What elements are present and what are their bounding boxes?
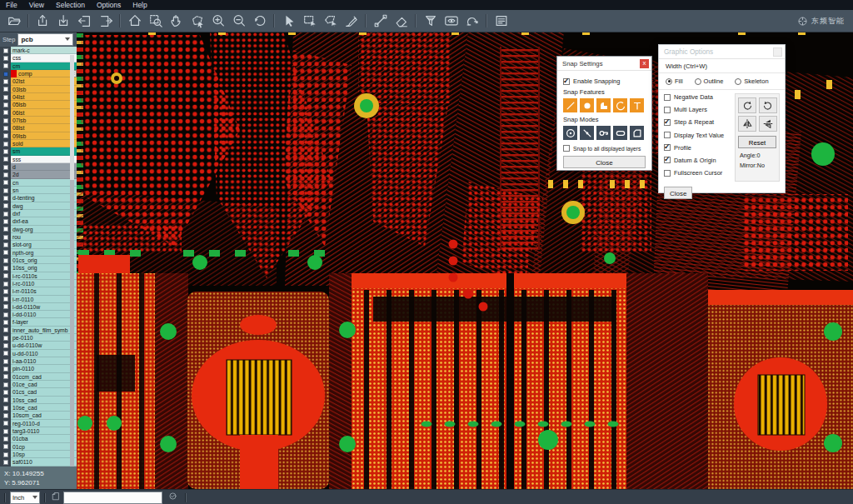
- layer-row-dxf[interactable]: dxf: [0, 210, 77, 217]
- layer-visibility-checkbox[interactable]: [3, 87, 8, 92]
- step-select[interactable]: pcb: [17, 33, 73, 46]
- arc-snap-icon[interactable]: [613, 98, 627, 112]
- layer-visibility-checkbox[interactable]: [3, 406, 8, 411]
- layer-visibility-checkbox[interactable]: [3, 133, 8, 138]
- layer-row-02lst[interactable]: 02lst: [0, 77, 77, 85]
- layer-row-07lsb[interactable]: 07lsb: [0, 117, 77, 124]
- option-datum-origin[interactable]: Datum & Origin: [664, 157, 731, 164]
- intersection-snap-icon[interactable]: [580, 126, 594, 140]
- measure-icon[interactable]: [370, 12, 391, 30]
- layer-row-sn[interactable]: sn: [0, 187, 77, 194]
- layer-visibility-checkbox[interactable]: [3, 320, 8, 325]
- page-in-icon[interactable]: [74, 12, 95, 30]
- radio-fill[interactable]: Fill: [666, 77, 683, 85]
- refresh-icon[interactable]: [167, 490, 178, 504]
- zoom-out-icon[interactable]: [228, 12, 249, 30]
- zoom-previous-icon[interactable]: [249, 12, 270, 30]
- layer-row-saf0110[interactable]: saf0110: [0, 458, 77, 466]
- layer-row-i-rc-0110[interactable]: i-rc-0110: [0, 280, 77, 287]
- layer-visibility-checkbox[interactable]: [3, 102, 8, 107]
- mirror-horizontal-button[interactable]: [738, 116, 756, 132]
- layer-row-08lst[interactable]: 08lst: [0, 124, 77, 132]
- layer-visibility-checkbox[interactable]: [3, 203, 8, 208]
- radio-outline[interactable]: Outline: [695, 77, 724, 85]
- layer-visibility-checkbox[interactable]: [3, 437, 8, 442]
- select-icon[interactable]: [278, 12, 299, 30]
- option-display-text-value[interactable]: Display Text Value: [664, 132, 731, 139]
- layer-visibility-checkbox[interactable]: [3, 304, 8, 309]
- layer-visibility-checkbox[interactable]: [3, 196, 8, 201]
- layer-row-03lsb[interactable]: 03lsb: [0, 86, 77, 93]
- pad-snap-icon[interactable]: [580, 98, 594, 112]
- layer-visibility-checkbox[interactable]: [3, 374, 8, 379]
- menu-selection[interactable]: Selection: [50, 0, 91, 10]
- menu-help[interactable]: Help: [127, 0, 152, 10]
- layer-row-01cba[interactable]: 01cba: [0, 435, 77, 442]
- layer-visibility-checkbox[interactable]: [3, 79, 8, 84]
- layer-visibility-checkbox[interactable]: [3, 367, 8, 372]
- option-profile[interactable]: Profile: [664, 144, 731, 152]
- snap-all-layers-row[interactable]: Snap to all displayed layers: [563, 145, 646, 152]
- line-snap-icon[interactable]: [563, 98, 577, 112]
- center-snap-icon[interactable]: [563, 126, 577, 140]
- brush-icon[interactable]: [341, 12, 362, 30]
- layer-visibility-checkbox[interactable]: [3, 142, 8, 147]
- command-input[interactable]: [63, 492, 162, 504]
- layer-visibility-checkbox[interactable]: [3, 460, 8, 465]
- reset-button[interactable]: Reset: [738, 136, 776, 148]
- layer-visibility-checkbox[interactable]: [3, 235, 8, 240]
- layer-visibility-checkbox[interactable]: [3, 126, 8, 131]
- layer-visibility-checkbox[interactable]: [3, 250, 8, 255]
- notes-panel-icon[interactable]: [491, 12, 511, 30]
- open-folder-icon[interactable]: [3, 12, 24, 30]
- option-checkbox[interactable]: [664, 119, 671, 126]
- layer-row-f-layer[interactable]: f-layer: [0, 318, 77, 326]
- snap-magnet-icon[interactable]: [461, 12, 482, 30]
- layer-visibility-checkbox[interactable]: [3, 172, 8, 177]
- filter-icon[interactable]: [420, 12, 441, 30]
- layer-row-pe-0110[interactable]: pe-0110: [0, 334, 77, 342]
- layer-row-01ccm_cad[interactable]: 01ccm_cad: [0, 373, 77, 381]
- layer-visibility-checkbox[interactable]: [3, 297, 8, 302]
- layer-row-d-tenting[interactable]: d-tenting: [0, 194, 77, 202]
- layer-row-pin-0110[interactable]: pin-0110: [0, 365, 77, 372]
- layer-row-sss[interactable]: sss: [0, 156, 77, 163]
- layer-row-05lsb[interactable]: 05lsb: [0, 101, 77, 108]
- layer-row-i-rr-0110s[interactable]: i-rr-0110s: [0, 287, 77, 295]
- close-icon[interactable]: x: [640, 59, 649, 68]
- unit-select[interactable]: Inch: [10, 492, 40, 504]
- mirror-vertical-button[interactable]: [759, 116, 777, 132]
- layer-visibility-checkbox[interactable]: [3, 48, 8, 53]
- layer-visibility-checkbox[interactable]: [3, 452, 8, 457]
- layer-visibility-checkbox[interactable]: [3, 359, 8, 364]
- key-snap-icon[interactable]: [596, 126, 611, 140]
- layer-row-cm[interactable]: cm: [0, 62, 77, 70]
- layer-visibility-checkbox[interactable]: [3, 180, 8, 185]
- layer-visibility-checkbox[interactable]: [3, 327, 8, 332]
- layer-visibility-checkbox[interactable]: [3, 72, 8, 77]
- layer-row-01cs_orig[interactable]: 01cs_orig: [0, 257, 77, 264]
- layer-visibility-checkbox[interactable]: [3, 343, 8, 348]
- layer-row-06lst[interactable]: 06lst: [0, 109, 77, 117]
- option-multi-layers[interactable]: Multi Layers: [664, 106, 731, 113]
- layer-row-10scm_cad[interactable]: 10scm_cad: [0, 412, 77, 419]
- layer-visibility-checkbox[interactable]: [3, 188, 8, 193]
- layer-row-targ3-0110[interactable]: targ3-0110: [0, 427, 77, 435]
- layer-visibility-checkbox[interactable]: [3, 390, 8, 395]
- layer-visibility-checkbox[interactable]: [3, 282, 8, 287]
- option-fullscreen-cursor[interactable]: Fullscreen Cursor: [664, 169, 731, 177]
- graphic-close-button[interactable]: Close: [664, 187, 692, 199]
- contour-snap-icon[interactable]: [630, 126, 644, 140]
- layer-row-01ce_cad[interactable]: 01ce_cad: [0, 381, 77, 388]
- layer-visibility-checkbox[interactable]: [3, 289, 8, 294]
- layer-list-scrollbar[interactable]: [70, 55, 74, 467]
- layer-row-10ss_cad[interactable]: 10ss_cad: [0, 397, 77, 404]
- layer-row-10se_cad[interactable]: 10se_cad: [0, 404, 77, 412]
- layer-visibility-checkbox[interactable]: [3, 219, 8, 224]
- layer-row-rou[interactable]: rou: [0, 233, 77, 241]
- option-step-repeat[interactable]: Step & Repeat: [664, 118, 731, 126]
- page-out-icon[interactable]: [95, 12, 116, 30]
- layer-row-u-dd-0110w[interactable]: u-dd-0110w: [0, 342, 77, 349]
- layer-visibility-checkbox[interactable]: [3, 110, 8, 115]
- layer-visibility-checkbox[interactable]: [3, 351, 8, 356]
